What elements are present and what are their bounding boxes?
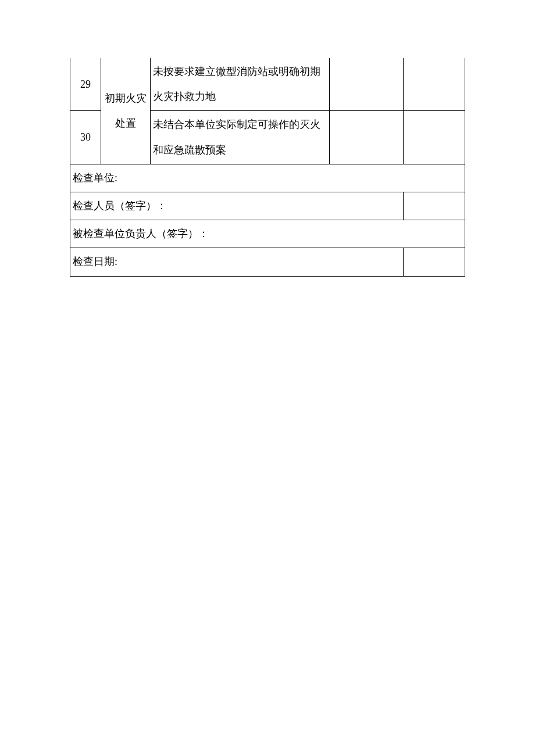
- document-page: 29 初期火灾处置 未按要求建立微型消防站或明确初期火灾扑救力地 30 未结合本…: [0, 0, 535, 277]
- footer-row-date: 检查日期:: [70, 248, 465, 276]
- row-description: 未结合本单位实际制定可操作的灭火和应急疏散预案: [150, 111, 329, 164]
- row-number: 30: [70, 111, 101, 164]
- blank-cell: [329, 111, 403, 164]
- inspector-signature-label: 检查人员（签字）：: [70, 192, 404, 220]
- inspected-responsible-label: 被检查单位负贵人（签字）：: [70, 220, 465, 248]
- signature-cell: [403, 192, 465, 220]
- row-number: 29: [70, 58, 101, 111]
- footer-row-inspected: 被检查单位负贵人（签字）：: [70, 220, 465, 248]
- blank-cell: [329, 58, 403, 111]
- footer-row-inspector: 检查人员（签字）：: [70, 192, 465, 220]
- row-description: 未按要求建立微型消防站或明确初期火灾扑救力地: [150, 58, 329, 111]
- date-cell: [403, 248, 465, 276]
- blank-cell: [403, 58, 465, 111]
- footer-row-unit: 检查单位:: [70, 164, 465, 192]
- table-row: 29 初期火灾处置 未按要求建立微型消防站或明确初期火灾扑救力地: [70, 58, 465, 111]
- inspection-unit-label: 检查单位:: [70, 164, 465, 192]
- category-cell: 初期火灾处置: [101, 58, 151, 164]
- inspection-table: 29 初期火灾处置 未按要求建立微型消防站或明确初期火灾扑救力地 30 未结合本…: [70, 58, 465, 277]
- inspection-date-label: 检查日期:: [70, 248, 404, 276]
- blank-cell: [403, 111, 465, 164]
